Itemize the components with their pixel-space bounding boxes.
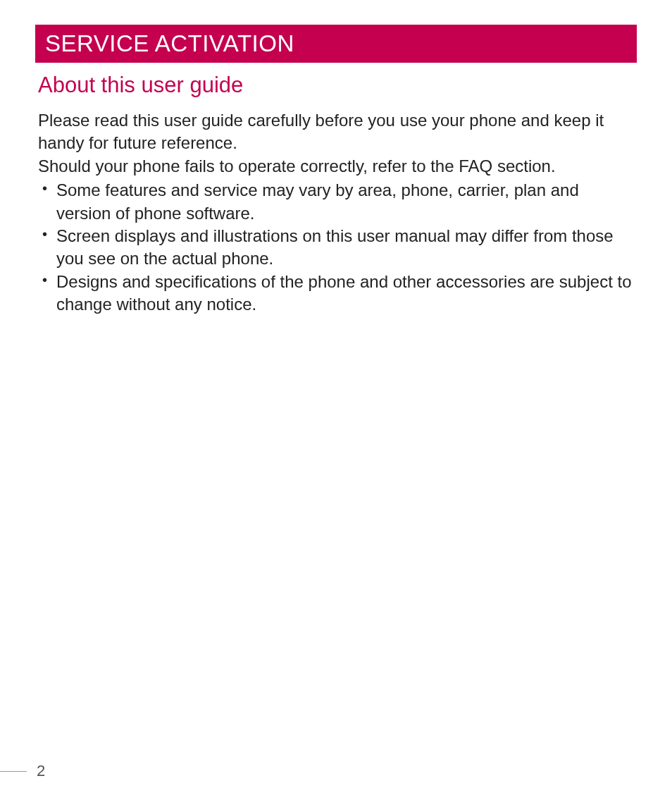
paragraph-1: Please read this user guide carefully be… [38,109,637,155]
bullet-item-1: Some features and service may vary by ar… [38,179,637,225]
subsection-title: About this user guide [35,73,637,98]
footer-line [0,771,27,772]
page-number: 2 [37,762,45,780]
bullet-item-2: Screen displays and illustrations on thi… [38,225,637,271]
bullet-list: Some features and service may vary by ar… [35,179,637,316]
page-content: SERVICE ACTIVATION About this user guide… [0,0,672,316]
section-header: SERVICE ACTIVATION [35,25,637,63]
body-text-block: Please read this user guide carefully be… [35,109,637,178]
page-footer: 2 [0,762,45,780]
bullet-item-3: Designs and specifications of the phone … [38,271,637,316]
paragraph-2: Should your phone fails to operate corre… [38,155,637,178]
